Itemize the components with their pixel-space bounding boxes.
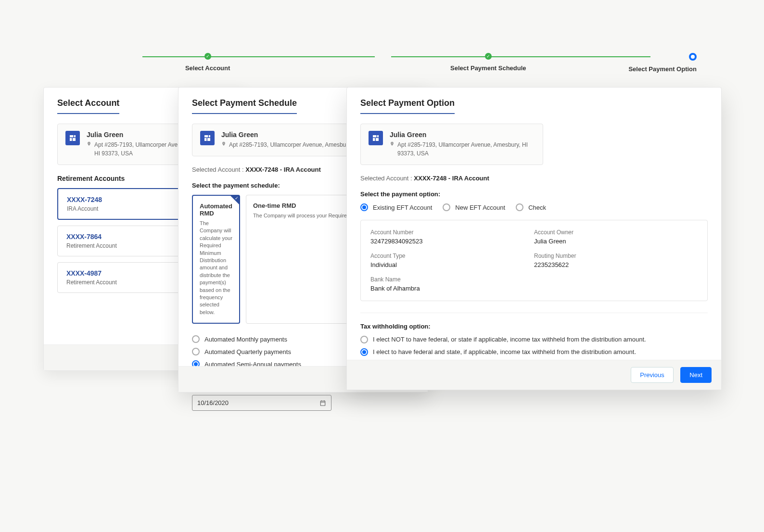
routing-number-value: 2235235622 bbox=[534, 261, 698, 268]
selected-account-line: Selected Account : XXXX-7248 - IRA Accou… bbox=[360, 175, 708, 182]
account-type-label: Account Type bbox=[370, 253, 534, 259]
calendar-icon bbox=[319, 400, 326, 406]
radio-label: I elect NOT to have federal, or state if… bbox=[373, 336, 646, 343]
payment-option-radio[interactable]: Existing EFT Account bbox=[360, 203, 432, 211]
selected-account-label: Selected Account : bbox=[192, 166, 244, 173]
step-complete-icon bbox=[485, 53, 492, 60]
payment-option-radio[interactable]: New EFT Account bbox=[443, 203, 505, 211]
radio-label: Existing EFT Account bbox=[373, 204, 432, 211]
location-icon bbox=[390, 141, 395, 146]
radio-label: Automated Quarterly payments bbox=[204, 348, 291, 355]
schedule-card-desc: The Company will calculate your Required… bbox=[200, 220, 232, 316]
step-select-schedule[interactable]: Select Payment Schedule bbox=[348, 53, 628, 72]
selected-account-value: XXXX-7248 - IRA Account bbox=[245, 166, 321, 173]
location-icon bbox=[221, 141, 226, 146]
radio-icon bbox=[516, 203, 523, 211]
step-label: Select Account bbox=[67, 64, 348, 72]
profile-card: Julia Green Apt #285-7193, Ullamcorper A… bbox=[360, 124, 543, 165]
eft-account-details: Account Number 324729834092523 Account O… bbox=[360, 220, 708, 301]
radio-label: New EFT Account bbox=[455, 204, 505, 211]
divider bbox=[360, 313, 708, 313]
profile-address: Apt #285-7193, Ullamcorper Avenue, Amesb… bbox=[390, 140, 535, 158]
step-complete-icon bbox=[204, 53, 211, 60]
withholding-radio[interactable]: I elect NOT to have federal, or state if… bbox=[360, 336, 708, 343]
radio-icon bbox=[360, 348, 368, 356]
schedule-card-title: Automated RMD bbox=[200, 203, 232, 217]
bank-name-label: Bank Name bbox=[370, 276, 534, 283]
panel-title: Select Account bbox=[57, 98, 119, 114]
payment-option-prompt: Select the payment option: bbox=[360, 190, 708, 198]
panel-select-payment-option: Select Payment Option Julia Green Apt #2… bbox=[346, 87, 722, 390]
stepper: Select Account Select Payment Schedule S… bbox=[67, 53, 697, 73]
panel-title: Select Payment Option bbox=[360, 98, 455, 114]
bank-name-value: Bank of Alhambra bbox=[370, 285, 534, 292]
user-profile-icon bbox=[200, 131, 215, 145]
radio-label: Check bbox=[528, 204, 546, 211]
account-owner-value: Julia Green bbox=[534, 238, 698, 245]
payment-option-radio[interactable]: Check bbox=[516, 203, 546, 211]
radio-label: I elect to have federal and state, if ap… bbox=[373, 348, 636, 355]
step-label: Select Payment Schedule bbox=[348, 64, 628, 72]
user-profile-icon bbox=[65, 131, 80, 145]
stepper-line bbox=[142, 56, 375, 57]
withholding-heading: Tax withholding option: bbox=[360, 323, 708, 330]
account-number-value: 324729834092523 bbox=[370, 238, 534, 245]
radio-icon bbox=[192, 335, 200, 343]
schedule-card[interactable]: ✓Automated RMDThe Company will calculate… bbox=[192, 195, 240, 324]
radio-icon bbox=[443, 203, 450, 211]
radio-icon bbox=[192, 348, 200, 355]
panel-title: Select Payment Schedule bbox=[192, 98, 297, 114]
date-value: 10/16/2020 bbox=[197, 399, 229, 406]
account-type-value: Individual bbox=[370, 261, 534, 268]
address-text: Apt #285-7193, Ullamcorper Avenue, Amesb… bbox=[397, 140, 535, 158]
profile-name: Julia Green bbox=[390, 131, 535, 139]
radio-icon bbox=[360, 203, 368, 211]
selected-account-label: Selected Account : bbox=[360, 175, 412, 182]
check-icon: ✓ bbox=[235, 196, 239, 201]
radio-icon bbox=[360, 336, 368, 343]
radio-label: Automated Monthly payments bbox=[204, 336, 287, 343]
stepper-line bbox=[391, 56, 650, 57]
routing-number-label: Routing Number bbox=[534, 253, 698, 259]
previous-button[interactable]: Previous bbox=[631, 367, 674, 383]
location-icon bbox=[87, 141, 91, 146]
account-number-label: Account Number bbox=[370, 229, 534, 236]
user-profile-icon bbox=[369, 131, 383, 145]
step-label: Select Payment Option bbox=[628, 65, 697, 73]
panel-footer: Previous Next bbox=[347, 360, 721, 390]
account-owner-label: Account Owner bbox=[534, 229, 698, 236]
selected-account-value: XXXX-7248 - IRA Account bbox=[414, 175, 489, 182]
next-button[interactable]: Next bbox=[680, 367, 712, 383]
withholding-radio[interactable]: I elect to have federal and state, if ap… bbox=[360, 348, 708, 356]
step-current-icon bbox=[689, 53, 697, 61]
date-input[interactable]: 10/16/2020 bbox=[192, 395, 331, 411]
step-select-account[interactable]: Select Account bbox=[67, 53, 348, 72]
